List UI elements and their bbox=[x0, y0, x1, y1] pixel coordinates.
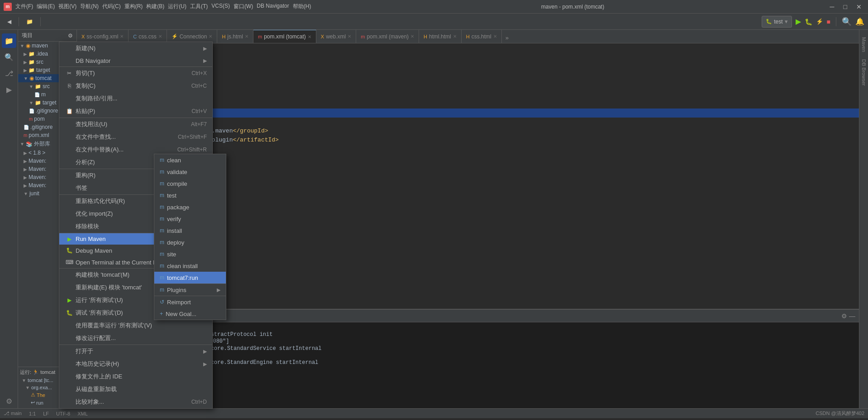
run-collapse-icon[interactable]: — bbox=[849, 312, 855, 320]
ctx-runmaven-icon: ▶ bbox=[65, 236, 74, 242]
submenu-clean[interactable]: m clean bbox=[154, 154, 226, 166]
menu-code[interactable]: 代码(C) bbox=[102, 3, 121, 10]
submenu-package-icon: m bbox=[160, 204, 164, 210]
ctx-localhistory[interactable]: 本地历史记录(H) ▶ bbox=[59, 358, 212, 370]
tab-overflow[interactable]: » bbox=[502, 33, 512, 43]
tab-css-icon: C bbox=[133, 34, 137, 39]
menu-view[interactable]: 视图(V) bbox=[58, 3, 76, 10]
submenu-clean-install[interactable]: m clean install bbox=[154, 260, 226, 272]
ctx-paste[interactable]: 📋 粘贴(P) Ctrl+V bbox=[59, 105, 212, 118]
tab-close-9[interactable]: ✕ bbox=[493, 34, 497, 39]
menu-vcs[interactable]: VCS(S) bbox=[211, 3, 230, 10]
ctx-findinfiles[interactable]: 在文件中查找... Ctrl+Shift+F bbox=[59, 131, 212, 143]
ctx-copypath[interactable]: 复制路径/引用... bbox=[59, 92, 212, 105]
maven-panel-tab[interactable]: Maven bbox=[860, 33, 868, 56]
menu-window[interactable]: 窗口(W) bbox=[234, 3, 253, 10]
submenu-verify[interactable]: m verify bbox=[154, 213, 226, 225]
run-button[interactable]: ▶ bbox=[796, 17, 801, 26]
tab-js-html[interactable]: H js.html ✕ bbox=[217, 30, 253, 43]
ctx-dbnavigator[interactable]: DB Navigator ▶ bbox=[59, 55, 212, 66]
ctx-coveragealltests[interactable]: 使用覆盖率运行 '所有测试'(V) bbox=[59, 319, 212, 332]
toolbar: ◀ 📁 🐛 test ▾ ▶ 🐛 ⚡ ■ 🔍 🔔 bbox=[0, 14, 868, 30]
submenu-plugins-label: Plugins bbox=[167, 287, 186, 293]
tree-label-maven4: Maven: bbox=[29, 182, 46, 189]
coverage-button[interactable]: ⚡ bbox=[816, 18, 823, 25]
run-icon: ↩ bbox=[31, 400, 35, 406]
toolbar-back[interactable]: ◀ bbox=[4, 16, 15, 28]
ctx-repairide[interactable]: 修复文件上的 IDE bbox=[59, 370, 212, 383]
close-button[interactable]: ✕ bbox=[854, 3, 864, 10]
run-settings-icon[interactable]: ⚙ bbox=[841, 312, 847, 320]
submenu-compile[interactable]: m compile bbox=[154, 178, 226, 189]
tab-close-6[interactable]: ✕ bbox=[348, 34, 351, 39]
submenu-compile-label: compile bbox=[167, 180, 187, 187]
activity-run[interactable]: ▶ bbox=[2, 82, 16, 97]
search-everywhere-button[interactable]: 🔍 bbox=[842, 17, 852, 27]
ctx-editrunconfig[interactable]: 修改运行配置... bbox=[59, 332, 212, 344]
submenu-validate-label: validate bbox=[167, 169, 187, 175]
tab-close-5[interactable]: ✕ bbox=[308, 34, 311, 39]
activity-settings[interactable]: ⚙ bbox=[2, 394, 16, 408]
notifications-button[interactable]: 🔔 bbox=[855, 17, 864, 26]
tab-close-8[interactable]: ✕ bbox=[453, 34, 457, 39]
submenu-reimport[interactable]: ↺ Reimport bbox=[154, 296, 226, 308]
activity-git[interactable]: ⎇ bbox=[2, 66, 16, 80]
submenu-site[interactable]: m site bbox=[154, 248, 226, 260]
ctx-compare[interactable]: 比较对象... Ctrl+D bbox=[59, 396, 212, 408]
toolbar-project[interactable]: 📁 bbox=[23, 16, 37, 28]
submenu-test-icon: m bbox=[160, 192, 164, 198]
git-branch: ⎇ main bbox=[4, 411, 22, 416]
submenu-package[interactable]: m package bbox=[154, 201, 226, 213]
activity-project[interactable]: 📁 bbox=[2, 33, 16, 48]
run-config-selector[interactable]: 🐛 test ▾ bbox=[762, 16, 792, 28]
debug-button[interactable]: 🐛 bbox=[805, 18, 812, 25]
tab-pom-maven[interactable]: m pom.xml (maven) ✕ bbox=[356, 30, 419, 43]
tab-connection[interactable]: ⚡ Connection ✕ bbox=[167, 30, 218, 43]
activity-search[interactable]: 🔍 bbox=[2, 50, 16, 64]
tab-close-7[interactable]: ✕ bbox=[410, 34, 414, 39]
menu-navigate[interactable]: 导航(N) bbox=[80, 3, 99, 10]
submenu-plugins[interactable]: m Plugins ▶ bbox=[154, 284, 226, 296]
tab-pom-tomcat[interactable]: m pom.xml (tomcat) ✕ bbox=[253, 30, 316, 43]
ctx-cut[interactable]: ✂ 剪切(T) Ctrl+X bbox=[59, 66, 212, 80]
submenu-tomcat7run[interactable]: m tomcat7:run bbox=[154, 272, 226, 283]
tab-close-3[interactable]: ✕ bbox=[209, 34, 212, 39]
submenu-test[interactable]: m test bbox=[154, 189, 226, 201]
ctx-openin[interactable]: 打开于 ▶ bbox=[59, 344, 212, 358]
menu-edit[interactable]: 编辑(E) bbox=[37, 3, 55, 10]
minimize-button[interactable]: ─ bbox=[827, 3, 837, 10]
ctx-findusage[interactable]: 查找用法(U) Alt+F7 bbox=[59, 118, 212, 131]
tab-css[interactable]: C css.css ✕ bbox=[129, 30, 167, 43]
ctx-new[interactable]: 新建(N) ▶ bbox=[59, 42, 212, 55]
sidebar-title: 项目 bbox=[22, 32, 33, 39]
submenu-deploy[interactable]: m deploy bbox=[154, 236, 226, 248]
menu-help[interactable]: 帮助(H) bbox=[293, 3, 311, 10]
ctx-reloaddisk[interactable]: 从磁盘重新加载 bbox=[59, 383, 212, 396]
tab-label-4: js.html bbox=[227, 33, 243, 40]
menu-run[interactable]: 运行(U) bbox=[168, 3, 186, 10]
ctx-localhistory-label: 本地历史记录(H) bbox=[76, 360, 203, 368]
menu-refactor[interactable]: 重构(R) bbox=[124, 3, 143, 10]
tab-label-2: css.css bbox=[138, 33, 156, 40]
submenu-newgoal[interactable]: + New Goal... bbox=[154, 308, 226, 320]
tab-html-html[interactable]: H html.html ✕ bbox=[419, 30, 462, 43]
sidebar-settings-icon[interactable]: ⚙ bbox=[68, 33, 73, 39]
submenu-clean-label: clean bbox=[167, 157, 181, 164]
submenu-validate[interactable]: m validate bbox=[154, 166, 226, 178]
ctx-db-arrow: ▶ bbox=[203, 58, 207, 64]
tab-web-xml[interactable]: X web.xml ✕ bbox=[316, 30, 356, 43]
ctx-copy[interactable]: ⎘ 复制(C) Ctrl+C bbox=[59, 80, 212, 92]
tab-close-1[interactable]: ✕ bbox=[120, 34, 124, 39]
menu-tools[interactable]: 工具(T) bbox=[190, 3, 208, 10]
tab-css-html[interactable]: H css.html ✕ bbox=[462, 30, 502, 43]
db-panel-tab[interactable]: DB Browser bbox=[860, 56, 868, 90]
tab-close-2[interactable]: ✕ bbox=[158, 34, 162, 39]
tab-close-4[interactable]: ✕ bbox=[245, 34, 248, 39]
tab-ss-config[interactable]: X ss-config.xml ✕ bbox=[77, 30, 129, 43]
maximize-button[interactable]: □ bbox=[841, 3, 850, 10]
menu-build[interactable]: 构建(B) bbox=[146, 3, 164, 10]
stop-button[interactable]: ■ bbox=[827, 18, 830, 25]
submenu-install[interactable]: m install bbox=[154, 225, 226, 236]
menu-dbnavigator[interactable]: DB Navigator bbox=[257, 3, 289, 10]
menu-file[interactable]: 文件(F) bbox=[15, 3, 33, 10]
